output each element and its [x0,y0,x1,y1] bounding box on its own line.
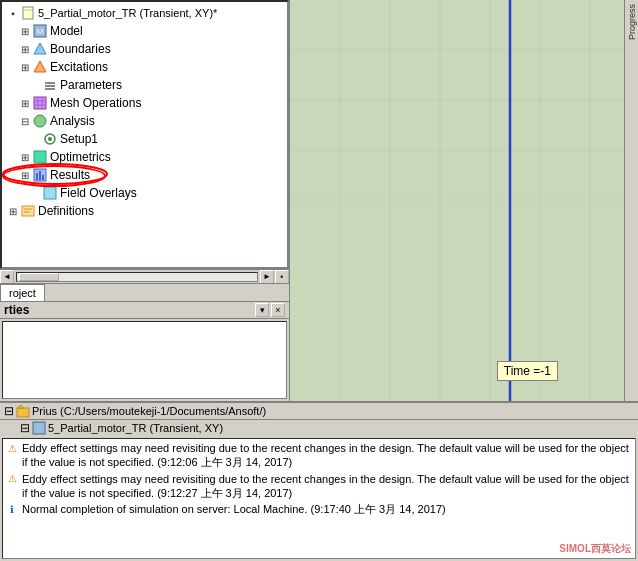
scroll-left-btn[interactable]: ◄ [0,270,14,284]
svg-point-16 [48,137,52,141]
tree-node-field-overlays[interactable]: Field Overlays [4,184,285,202]
tab-project[interactable]: roject [0,284,45,301]
field-icon [42,185,58,201]
analysis-label: Analysis [50,114,95,128]
svg-rect-24 [22,206,34,216]
tab-bar: roject [0,283,289,301]
analysis-icon [32,113,48,129]
svg-rect-20 [39,171,41,180]
mesh-label: Mesh Operations [50,96,141,110]
right-panel: ⊞ Planes ⊞ Lists [290,0,638,401]
svg-rect-23 [44,187,56,199]
expander-mesh[interactable]: ⊞ [18,98,32,109]
tree-node-setup1[interactable]: Setup1 [4,130,285,148]
grid-svg [290,0,638,401]
expander-boundaries[interactable]: ⊞ [18,44,32,55]
bottom-path: Prius (C:/Users/moutekeji-1/Documents/An… [32,405,266,417]
bottom-project-row: ⊟ 5_Partial_motor_TR (Transient, XY) [0,420,638,436]
model-icon: M [32,23,48,39]
warn-icon-0: ⚠ [5,441,19,455]
parameters-label: Parameters [60,78,122,92]
file-icon [20,5,36,21]
svg-rect-42 [17,408,29,417]
tree-node-project[interactable]: ▪ 5_Partial_motor_TR (Transient, XY)* [4,4,285,22]
svg-marker-43 [17,405,24,408]
svg-rect-21 [42,175,44,180]
svg-rect-9 [34,97,46,109]
setup1-label: Setup1 [60,132,98,146]
tree-node-model[interactable]: ⊞ M Model [4,22,285,40]
scroll-right-btn[interactable]: ► [260,270,274,284]
optimetrics-label: Optimetrics [50,150,111,164]
scroll-corner: ▪ [275,270,289,284]
log-text-2: Normal completion of simulation on serve… [22,502,633,516]
tree-node-optimetrics[interactable]: ⊞ Optimetrics [4,148,285,166]
svg-rect-0 [23,7,33,19]
results-label: Results [50,168,90,182]
properties-content [2,321,287,399]
time-value: Time =-1 [504,364,551,378]
svg-point-14 [34,115,46,127]
scroll-thumb-h[interactable] [19,273,59,281]
setup-icon [42,131,58,147]
left-panel: ▪ 5_Partial_motor_TR (Transient, XY)* ⊞ … [0,0,290,401]
expander-definitions[interactable]: ⊞ [6,206,20,217]
viewport-area[interactable]: ⊞ Planes ⊞ Lists [290,0,638,401]
svg-rect-8 [45,88,55,90]
bottom-project-expander[interactable]: ⊟ [20,421,30,435]
svg-rect-19 [36,173,38,180]
tree-node-excitations[interactable]: ⊞ Excitations [4,58,285,76]
tree-node-boundaries[interactable]: ⊞ Boundaries [4,40,285,58]
svg-rect-29 [290,0,638,401]
log-entry-0: ⚠ Eddy effect settings may need revisiti… [5,441,633,470]
mesh-icon [32,95,48,111]
watermark: SIMOL西莫论坛 [559,542,631,556]
tree-scrollbar-h[interactable]: ◄ ► ▪ [0,269,289,283]
properties-panel: rties ▾ × [0,301,289,401]
properties-title: rties [4,303,29,317]
time-label: Time =-1 [497,361,558,381]
boundaries-icon [32,41,48,57]
tree-node-definitions[interactable]: ⊞ Definitions [4,202,285,220]
excitations-label: Excitations [50,60,108,74]
field-overlays-label: Field Overlays [60,186,137,200]
bottom-panel: ⊟ Prius (C:/Users/moutekeji-1/Documents/… [0,401,638,561]
expander-results[interactable]: ⊞ [18,170,32,181]
bottom-project-icon [32,421,46,435]
tree-node-analysis[interactable]: ⊟ Analysis [4,112,285,130]
log-text-1: Eddy effect settings may need revisiting… [22,472,633,501]
expander-optimetrics[interactable]: ⊞ [18,152,32,163]
pin-button[interactable]: ▾ [255,303,269,317]
definitions-label: Definitions [38,204,94,218]
expander-analysis[interactable]: ⊟ [18,116,32,127]
close-button[interactable]: × [271,303,285,317]
expander-model[interactable]: ⊞ [18,26,32,37]
bottom-folder-icon [16,404,30,418]
bottom-expander[interactable]: ⊟ [4,404,14,418]
tree-node-mesh[interactable]: ⊞ Mesh Operations [4,94,285,112]
progress-label: Progress [627,4,637,40]
excitations-icon [32,59,48,75]
progress-bar: Progress [624,0,638,401]
log-text-0: Eddy effect settings may need revisiting… [22,441,633,470]
svg-text:M: M [37,27,44,36]
parameters-icon [42,77,58,93]
expander-project[interactable]: ▪ [6,8,20,19]
tab-project-label: roject [9,287,36,299]
svg-marker-5 [34,61,46,72]
scroll-track-h[interactable] [16,272,258,282]
expander-excitations[interactable]: ⊞ [18,62,32,73]
tree-node-parameters[interactable]: Parameters [4,76,285,94]
svg-rect-6 [45,82,55,84]
info-icon-2: ℹ [5,502,19,516]
project-label: 5_Partial_motor_TR (Transient, XY)* [38,7,217,19]
properties-buttons: ▾ × [255,303,285,317]
model-label: Model [50,24,83,38]
svg-marker-4 [34,43,46,54]
log-entry-2: ℹ Normal completion of simulation on ser… [5,502,633,516]
tree-area[interactable]: ▪ 5_Partial_motor_TR (Transient, XY)* ⊞ … [0,0,289,269]
optimetrics-icon [32,149,48,165]
bottom-project-label: 5_Partial_motor_TR (Transient, XY) [48,422,223,434]
tree-node-results[interactable]: ⊞ Results [4,166,285,184]
definitions-icon [20,203,36,219]
